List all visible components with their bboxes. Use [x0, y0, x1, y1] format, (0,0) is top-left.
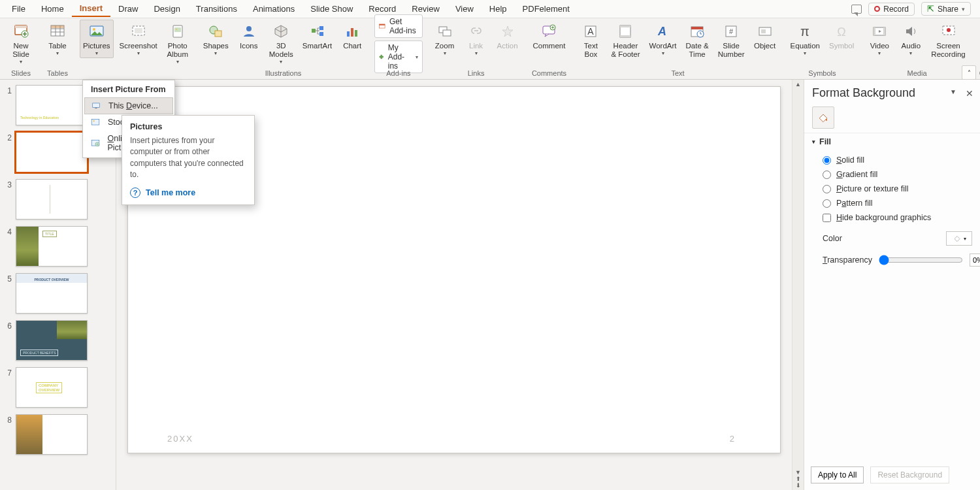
chart-icon [343, 23, 361, 40]
tab-pdfelement[interactable]: PDFelement [515, 1, 578, 16]
next-slide-icon[interactable]: ⬇ [796, 482, 801, 489]
slide-footer-left: 20XX [167, 434, 193, 444]
this-device-item[interactable]: This Device... [84, 97, 173, 114]
device-icon [90, 101, 102, 111]
svg-rect-8 [135, 28, 142, 33]
tab-help[interactable]: Help [482, 1, 515, 16]
scroll-up-icon[interactable]: ▲ [795, 81, 801, 88]
group-symbols: πEquation▾ ΩSymbol Symbols [783, 18, 862, 79]
tab-view[interactable]: View [448, 1, 482, 16]
canvas-scrollbar[interactable]: ▲ ▼ ⬆ ⬇ [792, 80, 804, 490]
share-button[interactable]: ⇱Share▾ [921, 2, 971, 16]
slide-number-icon: # [722, 23, 740, 40]
group-comments: Comment Comments [526, 18, 573, 79]
comments-icon[interactable] [851, 5, 862, 14]
tab-draw[interactable]: Draw [110, 1, 146, 16]
color-picker-button[interactable]: ▾ [946, 231, 972, 246]
gradient-fill-radio[interactable]: Gradient fill [823, 167, 976, 182]
thumbnail-8[interactable]: 8 [3, 414, 113, 455]
comment-icon [540, 23, 558, 40]
smartart-icon [308, 23, 327, 40]
photo-album-button[interactable]: Photo Album▾ [163, 20, 192, 67]
thumbnail-6[interactable]: 6PRODUCT BENEFITS [3, 320, 113, 361]
tab-insert[interactable]: Insert [72, 1, 110, 17]
textbox-icon: A [581, 23, 600, 40]
audio-button[interactable]: Audio▾ [896, 20, 925, 58]
reset-background-button[interactable]: Reset Background [870, 466, 949, 483]
datetime-button[interactable]: Date & Time [682, 20, 711, 61]
thumbnail-3[interactable]: 3 [3, 179, 113, 220]
thumbnail-5[interactable]: 5PRODUCT OVERVIEW [3, 273, 113, 314]
tell-me-more-link[interactable]: ? Tell me more [130, 188, 246, 198]
transparency-slider[interactable] [879, 255, 963, 265]
pictures-button[interactable]: Pictures▾ [80, 20, 114, 58]
object-icon [756, 23, 774, 40]
solid-fill-radio[interactable]: Solid fill [823, 153, 976, 167]
link-button[interactable]: Link▾ [462, 20, 491, 58]
symbol-icon: Ω [832, 23, 851, 40]
svg-rect-39 [761, 29, 766, 33]
get-addins-button[interactable]: Get Add-ins [374, 14, 422, 38]
prev-slide-icon[interactable]: ⬆ [796, 476, 801, 482]
pattern-fill-radio[interactable]: Pattern fill [823, 196, 976, 210]
video-button[interactable]: Video▾ [865, 20, 894, 58]
picture-fill-radio[interactable]: Picture or texture fill [823, 182, 976, 196]
record-button[interactable]: Record [868, 3, 915, 16]
3d-models-button[interactable]: 3D Models▾ [266, 20, 297, 67]
thumbnail-4[interactable]: 4TITLE [3, 226, 113, 267]
chart-button[interactable]: Chart [338, 20, 367, 52]
comment-button[interactable]: Comment [530, 20, 569, 52]
audio-icon [902, 23, 920, 40]
group-media-label: Media [907, 68, 927, 78]
fill-section-toggle[interactable]: ▾Fill [804, 133, 980, 150]
cameo-button[interactable]: Cameo▾ [977, 20, 980, 58]
action-button[interactable]: Action [493, 20, 522, 52]
tab-file[interactable]: File [4, 1, 33, 16]
tab-slideshow[interactable]: Slide Show [302, 1, 361, 16]
datetime-icon [688, 23, 706, 40]
svg-rect-20 [355, 30, 357, 37]
collapse-ribbon-button[interactable]: ˄ [962, 65, 976, 80]
slide-number-button[interactable]: #Slide Number [715, 20, 748, 61]
zoom-button[interactable]: Zoom▾ [431, 20, 459, 58]
shapes-icon [206, 23, 225, 40]
thumbnail-7[interactable]: 7COMPANYOVERVIEW [3, 367, 113, 408]
object-button[interactable]: Object [751, 20, 779, 52]
svg-rect-52 [91, 119, 99, 125]
svg-point-46 [947, 28, 951, 32]
tooltip-body: Insert pictures from your computer or fr… [130, 135, 246, 181]
pane-options-icon[interactable]: ▼ [950, 88, 956, 99]
textbox-button[interactable]: AText Box [576, 20, 605, 61]
shapes-button[interactable]: Shapes▾ [200, 20, 232, 58]
equation-button[interactable]: πEquation▾ [787, 20, 823, 58]
wordart-button[interactable]: AWordArt▾ [646, 20, 680, 58]
screenshot-button[interactable]: Screenshot▾ [116, 20, 161, 58]
icons-button[interactable]: Icons [235, 20, 263, 52]
zoom-icon [436, 23, 454, 40]
tab-animations[interactable]: Animations [245, 1, 302, 16]
svg-rect-15 [312, 29, 316, 33]
table-button[interactable]: Table▾ [43, 20, 72, 58]
symbol-button[interactable]: ΩSymbol [826, 20, 857, 52]
fill-tool-icon[interactable] [812, 106, 834, 129]
group-images-label [135, 68, 137, 78]
svg-rect-31 [620, 35, 630, 37]
scroll-down-icon[interactable]: ▼ [795, 469, 801, 476]
tab-transitions[interactable]: Transitions [188, 1, 245, 16]
apply-all-button[interactable]: Apply to All [811, 466, 864, 483]
pictures-tooltip: Pictures Insert pictures from your compu… [122, 115, 255, 205]
svg-rect-24 [443, 30, 451, 36]
hide-bg-checkbox[interactable]: Hide background graphics [823, 210, 976, 225]
chevron-down-icon: ▾ [812, 139, 815, 145]
pane-close-icon[interactable]: ✕ [966, 88, 973, 99]
color-label: Color [823, 234, 842, 243]
new-slide-button[interactable]: New Slide▾ [7, 20, 35, 67]
transparency-input[interactable] [970, 253, 980, 267]
tab-home[interactable]: Home [33, 1, 72, 16]
tab-design[interactable]: Design [146, 1, 188, 16]
smartart-button[interactable]: SmartArt [299, 20, 335, 52]
header-footer-button[interactable]: Header & Footer [608, 20, 643, 61]
screen-recording-button[interactable]: Screen Recording [928, 20, 968, 61]
help-icon: ? [130, 188, 140, 198]
svg-text:A: A [657, 25, 666, 38]
